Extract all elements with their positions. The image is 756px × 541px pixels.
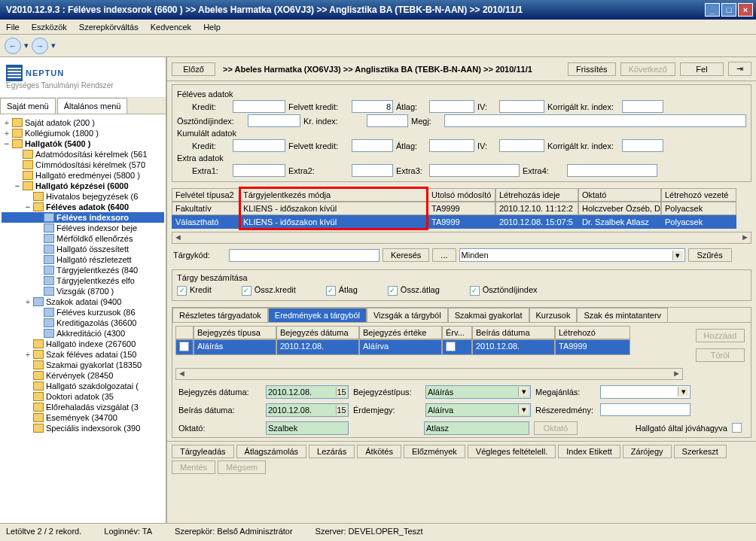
col-header[interactable]: Oktató	[578, 188, 661, 202]
action-button[interactable]: Végleges feltételell.	[468, 445, 556, 458]
tab-sajat-menu[interactable]: Saját menü	[0, 98, 56, 114]
tree-item[interactable]: Hallgató részletezett	[2, 254, 164, 265]
action-button[interactable]: Lezárás	[309, 445, 355, 458]
tree-item[interactable]: Vizsgák (8700 )	[2, 286, 164, 296]
chk-osszkredit[interactable]: ✓	[242, 286, 251, 296]
nav-tree[interactable]: +Saját adatok (200 )+Kollégiumok (1800 )…	[0, 114, 166, 523]
tree-item[interactable]: Féléves kurzusok (86	[2, 307, 164, 318]
megj-input[interactable]	[444, 114, 746, 127]
maximize-button[interactable]: □	[721, 3, 736, 17]
osztdij-input[interactable]	[248, 114, 300, 127]
col-header[interactable]: Érv...	[442, 326, 472, 339]
e1-input[interactable]	[233, 164, 285, 177]
detail-tab[interactable]: Eredmények a tárgyból	[268, 308, 367, 322]
kredit-input[interactable]	[233, 100, 285, 113]
e3-input[interactable]	[429, 164, 520, 177]
col-header[interactable]: Bejegyzés típusa	[194, 326, 276, 339]
tree-item[interactable]: Hivatalos bejegyzések (6	[2, 191, 164, 202]
tree-item[interactable]: Adatmódosítási kérelmek (561	[2, 149, 164, 160]
tree-item[interactable]: +Szakok adatai (9400	[2, 296, 164, 307]
eredmeny-grid[interactable]: Bejegyzés típusaBejegyzés dátumaBejegyzé…	[175, 326, 687, 365]
forward-button[interactable]: →	[32, 38, 48, 54]
chk-atlag[interactable]: ✓	[326, 286, 336, 296]
prev-button[interactable]: Előző	[172, 62, 215, 76]
action-button[interactable]: Mégsem	[218, 460, 266, 474]
beirdat-input[interactable]: 2010.12.08.	[268, 406, 312, 415]
erdem-combo[interactable]: Aláírva	[428, 406, 453, 415]
kum-felvett-input[interactable]	[352, 139, 393, 152]
detail-tab[interactable]: Részletes tárgyadatok	[172, 308, 268, 322]
tree-item[interactable]: Féléves indexsoro	[2, 212, 164, 223]
next-button[interactable]: Következő	[620, 62, 675, 76]
tree-item[interactable]: +Kollégiumok (1800 )	[2, 128, 164, 138]
korr-input[interactable]	[622, 100, 663, 113]
kum-kredit-input[interactable]	[233, 139, 285, 152]
col-header[interactable]: Bejegyzés dátuma	[276, 326, 359, 339]
col-header[interactable]: Utolsó módosító	[428, 188, 495, 202]
action-button[interactable]: Átkötés	[357, 445, 401, 458]
oktato-last[interactable]: Szalbek	[268, 424, 297, 433]
felvett-input[interactable]	[352, 100, 393, 113]
grid-scrollbar[interactable]	[172, 232, 751, 244]
torol-button[interactable]: Töröl	[696, 348, 745, 362]
menu-szerepkor[interactable]: Szerepkörváltás	[73, 23, 145, 32]
oktato-button[interactable]: Oktató	[534, 421, 578, 435]
menu-help[interactable]: Help	[197, 23, 227, 32]
bejtip-combo[interactable]: Aláírás	[428, 388, 453, 397]
action-button[interactable]: Zárójegy	[623, 445, 672, 458]
tree-item[interactable]: Hallgató szakdolgozatai (	[2, 381, 164, 391]
tree-item[interactable]: Speciális indexsorok (390	[2, 423, 164, 433]
table-row[interactable]: VálaszthatóKLIENS - időszakon kívülTA999…	[172, 215, 751, 229]
menu-eszkozok[interactable]: Eszközök	[26, 23, 73, 32]
col-header[interactable]: Bejegyzés értéke	[359, 326, 442, 339]
tree-item[interactable]: Hallgató indexe (267600	[2, 339, 164, 349]
tree-item[interactable]: Akkreditáció (4300	[2, 328, 164, 339]
atlag-input[interactable]	[429, 100, 474, 113]
detail-tab[interactable]: Szak és mintatanterv	[577, 308, 668, 322]
tree-item[interactable]: Mérföldkő ellenőrzés	[2, 233, 164, 244]
col-header[interactable]: Létrehozó	[555, 326, 630, 339]
action-button[interactable]: Előzmények	[404, 445, 465, 458]
kum-korr-input[interactable]	[622, 139, 663, 152]
action-button[interactable]: Átlagszámolás	[236, 445, 307, 458]
col-header[interactable]: Felvétel típusa2	[172, 188, 239, 202]
tab-altalanos-menu[interactable]: Általános menü	[57, 98, 128, 114]
tree-item[interactable]: Előrehaladás vizsgálat (3	[2, 402, 164, 412]
back-button[interactable]: ←	[5, 38, 21, 54]
tree-item[interactable]: +Saját adatok (200 )	[2, 117, 164, 128]
kum-atlag-input[interactable]	[429, 139, 474, 152]
tree-item[interactable]: Kreditigazolás (36600	[2, 318, 164, 328]
kereses-button[interactable]: Keresés	[383, 248, 429, 262]
filter-combo[interactable]: Minden	[462, 251, 489, 260]
szures-button[interactable]: Szűrés	[688, 248, 732, 262]
tree-item[interactable]: −Hallgató képzései (6000	[2, 181, 164, 191]
tree-item[interactable]: Hallgató összesített	[2, 244, 164, 254]
tree-item[interactable]: Szakmai gyakorlat (18350	[2, 360, 164, 370]
tree-item[interactable]: Események (34700	[2, 412, 164, 423]
tree-item[interactable]: +Szak féléves adatai (150	[2, 349, 164, 360]
table-row[interactable]: Aláírás2010.12.08.Aláírva2010.12.08.TA99…	[175, 339, 687, 355]
iv-input[interactable]	[499, 100, 544, 113]
minimize-button[interactable]: _	[705, 3, 720, 17]
action-button[interactable]: Szerkeszt	[674, 445, 727, 458]
tree-item[interactable]: −Féléves adatok (6400	[2, 202, 164, 212]
e2-input[interactable]	[352, 164, 393, 177]
col-header[interactable]: Létrehozás ideje	[495, 188, 578, 202]
tree-item[interactable]: −Hallgatók (5400 )	[2, 138, 164, 149]
tree-item[interactable]: Hallgató eredményei (5800 )	[2, 170, 164, 181]
action-button[interactable]: Tárgyleadás	[172, 445, 234, 458]
pin-icon[interactable]: ⇥	[728, 62, 751, 76]
chk-kredit[interactable]: ✓	[177, 286, 187, 296]
tree-item[interactable]: Doktori adatok (35	[2, 391, 164, 402]
targykod-input[interactable]	[229, 249, 380, 262]
inner-scrollbar[interactable]	[175, 368, 683, 380]
tree-item[interactable]: Címmódosítási kérelmek (570	[2, 160, 164, 170]
tree-item[interactable]: Tárgyjelentkezés elfo	[2, 275, 164, 286]
chk-osszatlag[interactable]: ✓	[388, 286, 398, 296]
kum-iv-input[interactable]	[499, 139, 544, 152]
oktato-first[interactable]: Atlasz	[426, 424, 449, 433]
col-header[interactable]: Létrehozó vezeté	[661, 188, 736, 202]
kridx-input[interactable]	[367, 114, 408, 127]
col-header[interactable]	[175, 326, 194, 339]
detail-tab[interactable]: Kurzusok	[529, 308, 578, 322]
